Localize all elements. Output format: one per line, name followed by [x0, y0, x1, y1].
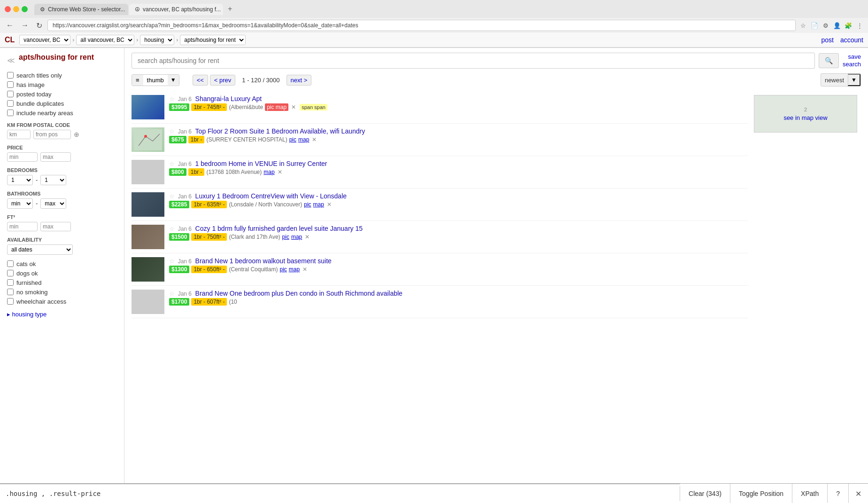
more-icon[interactable]: ⋮ — [855, 21, 864, 30]
favorite-star-6[interactable]: ☆ — [169, 258, 175, 265]
furnished-label[interactable]: furnished — [16, 279, 41, 286]
favorite-star-5[interactable]: ☆ — [169, 225, 175, 232]
has-image-label[interactable]: has image — [16, 81, 45, 88]
listing-title-4[interactable]: Luxury 1 Bedroom CentreView with View - … — [195, 192, 347, 200]
tab-1[interactable]: ⚙ Chrome Web Store - selector... ✕ — [34, 4, 128, 15]
tab-2[interactable]: ☮ vancouver, BC apts/housing f... ✕ — [129, 4, 223, 15]
listing-pic-map-1[interactable]: pic map — [265, 103, 288, 111]
listing-x-2[interactable]: ✕ — [312, 136, 317, 143]
bedrooms-min-select[interactable]: 1 — [7, 175, 33, 185]
maximize-button[interactable] — [22, 6, 28, 12]
list-view-button[interactable]: ≡ — [132, 75, 143, 86]
search-titles-only-checkbox[interactable] — [7, 72, 14, 79]
furnished-checkbox[interactable] — [7, 279, 14, 286]
listing-title-5[interactable]: Cozy 1 bdrm fully furnished garden level… — [195, 225, 363, 232]
dogs-ok-label[interactable]: dogs ok — [16, 270, 38, 277]
housing-type-link[interactable]: ▸ housing type — [7, 311, 117, 318]
view-dropdown-button[interactable]: ▼ — [168, 75, 179, 85]
reload-button[interactable]: ↻ — [34, 20, 45, 31]
listing-pic-4[interactable]: pic — [304, 201, 311, 208]
listing-map-6[interactable]: map — [289, 266, 300, 273]
listing-map-2[interactable]: map — [298, 136, 309, 143]
include-nearby-areas-label[interactable]: include nearby areas — [16, 110, 73, 117]
forward-button[interactable]: → — [19, 20, 31, 31]
listing-thumbnail-2[interactable] — [132, 127, 164, 152]
help-button[interactable]: ? — [828, 484, 849, 499]
favorite-star-1[interactable]: ☆ — [169, 95, 175, 102]
listing-title-2[interactable]: Top Floor 2 Room Suite 1 Bedroom Availab… — [195, 127, 365, 135]
listing-x-6[interactable]: ✕ — [302, 266, 307, 273]
wheelchair-access-label[interactable]: wheelchair access — [16, 298, 66, 305]
listing-thumbnail-3[interactable] — [132, 160, 164, 184]
url-input[interactable] — [47, 20, 796, 31]
thumb-view-button[interactable]: thumb — [143, 75, 168, 86]
see-map-view-label[interactable]: see in map view — [783, 114, 827, 121]
listing-title-1[interactable]: Shangrai-la Luxury Apt — [195, 95, 262, 102]
prev-page-button[interactable]: < prev — [210, 75, 236, 86]
listing-title-6[interactable]: Brand New 1 bedroom walkout basement sui… — [195, 257, 332, 265]
map-view-box[interactable]: 2 see in map view — [754, 95, 857, 133]
subcategory-select[interactable]: apts/housing for rent — [180, 35, 246, 45]
include-nearby-areas-checkbox[interactable] — [7, 110, 14, 116]
no-smoking-checkbox[interactable] — [7, 289, 14, 295]
favorite-star-2[interactable]: ☆ — [169, 128, 175, 135]
city-select[interactable]: vancouver, BC — [19, 35, 70, 45]
save-search-button[interactable]: save search — [843, 53, 861, 68]
chrome-icon[interactable]: ⚙ — [821, 21, 830, 30]
listing-title-3[interactable]: 1 bedroom Home in VENUE in Surrey Center — [195, 160, 327, 167]
clear-button[interactable]: Clear (343) — [680, 484, 730, 499]
listing-map-4[interactable]: map — [313, 201, 324, 208]
toggle-position-button[interactable]: Toggle Position — [730, 484, 792, 499]
bundle-duplicates-label[interactable]: bundle duplicates — [16, 100, 64, 107]
cats-ok-label[interactable]: cats ok — [16, 260, 36, 267]
no-smoking-label[interactable]: no smoking — [16, 289, 47, 296]
bathrooms-max-select[interactable]: max — [40, 198, 66, 209]
selector-input[interactable] — [0, 486, 680, 499]
price-min-input[interactable] — [7, 152, 38, 162]
listing-pic-5[interactable]: pic — [282, 234, 289, 240]
availability-select[interactable]: all dates — [7, 244, 73, 255]
listing-title-7[interactable]: Brand New One bedroom plus Den condo in … — [195, 290, 403, 297]
from-postal-input[interactable] — [33, 130, 71, 139]
post-link[interactable]: post — [821, 36, 833, 44]
xpath-button[interactable]: XPath — [792, 484, 828, 499]
minimize-button[interactable] — [13, 6, 19, 12]
bathrooms-min-select[interactable]: min — [7, 198, 33, 209]
first-page-button[interactable]: << — [193, 75, 208, 86]
posted-today-label[interactable]: posted today — [16, 91, 51, 98]
favorite-star-3[interactable]: ☆ — [169, 160, 175, 167]
listing-thumbnail-4[interactable] — [132, 192, 164, 217]
listing-x-3[interactable]: ✕ — [278, 169, 282, 175]
favorite-star-7[interactable]: ☆ — [169, 290, 175, 297]
account-link[interactable]: account — [840, 36, 863, 44]
cl-logo[interactable]: CL — [5, 36, 15, 44]
wheelchair-access-checkbox[interactable] — [7, 298, 14, 305]
ft2-min-input[interactable] — [7, 222, 38, 231]
next-page-button[interactable]: next > — [287, 75, 312, 86]
listing-thumbnail-1[interactable] — [132, 95, 164, 119]
listing-x-5[interactable]: ✕ — [305, 234, 310, 240]
ft2-max-input[interactable] — [40, 222, 71, 231]
search-titles-only-label[interactable]: search titles only — [16, 72, 62, 79]
search-button[interactable]: 🔍 — [819, 53, 839, 68]
new-tab-button[interactable]: + — [224, 3, 236, 15]
dogs-ok-checkbox[interactable] — [7, 270, 14, 276]
price-max-input[interactable] — [40, 152, 71, 162]
bedrooms-max-select[interactable]: 1 — [40, 175, 66, 185]
bundle-duplicates-checkbox[interactable] — [7, 100, 14, 107]
listing-map-5[interactable]: map — [291, 234, 302, 240]
extension-icon[interactable]: 🧩 — [844, 21, 853, 30]
collapse-sidebar-icon[interactable]: ≪ — [7, 56, 15, 65]
listing-x-1[interactable]: ✕ — [291, 104, 296, 110]
km-input[interactable] — [7, 130, 31, 139]
close-button[interactable] — [5, 6, 11, 12]
listing-thumbnail-7[interactable] — [132, 290, 164, 314]
area-select[interactable]: all vancouver, BC — [76, 35, 134, 45]
user-icon[interactable]: 👤 — [832, 21, 842, 30]
search-input[interactable] — [132, 53, 815, 69]
listing-x-4[interactable]: ✕ — [327, 201, 332, 208]
category-select[interactable]: housing — [140, 35, 174, 45]
listing-thumbnail-5[interactable] — [132, 225, 164, 249]
close-bottom-bar-button[interactable]: ✕ — [849, 484, 868, 499]
sort-dropdown-button[interactable]: ▼ — [848, 74, 860, 86]
